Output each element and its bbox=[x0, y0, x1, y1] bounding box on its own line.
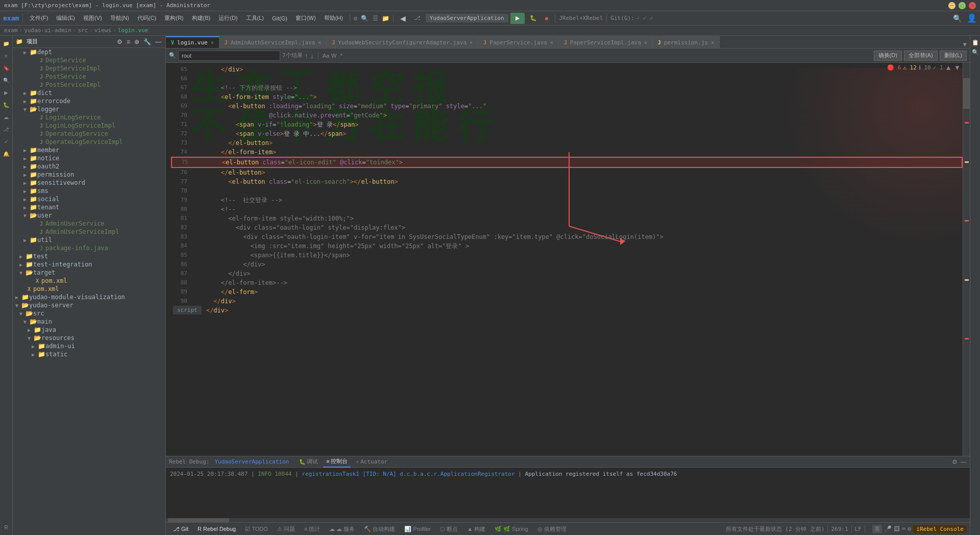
tree-item-sms[interactable]: ▶ 📁 sms bbox=[13, 187, 165, 195]
bottom-scroll-thumb[interactable] bbox=[168, 518, 229, 522]
terminal-btn[interactable]: ≡ 统计 bbox=[300, 524, 324, 534]
code-line-90[interactable]: 90 </div> bbox=[171, 297, 963, 306]
rebel-debug-btn[interactable]: R Rebel Debug bbox=[193, 524, 240, 534]
services-btn[interactable]: ☁ ☁ 服务 bbox=[325, 524, 359, 534]
tree-item-PostService[interactable]: J PostService bbox=[13, 72, 165, 81]
tree-item-oauth2[interactable]: ▶ 📁 oauth2 bbox=[13, 162, 165, 171]
tree-item-DeptService[interactable]: J DeptService bbox=[13, 56, 165, 64]
menu-help[interactable]: 帮助(H) bbox=[321, 13, 346, 24]
dependencies-btn[interactable]: ◎ 依赖管理 bbox=[533, 524, 571, 534]
find-regex-btn[interactable]: .* bbox=[338, 53, 342, 59]
tab-close-btn[interactable]: × bbox=[711, 40, 714, 45]
code-line-87[interactable]: 87 </div> bbox=[171, 269, 963, 278]
tree-item-java2[interactable]: ▶ 📁 java bbox=[13, 326, 165, 334]
tab-expand-icon[interactable]: ▼ bbox=[960, 41, 970, 48]
tree-item-pom-inner[interactable]: X pom.xml bbox=[13, 277, 165, 285]
find-next-btn[interactable]: ↓ bbox=[310, 52, 314, 60]
todo-tool-btn[interactable]: ✓ bbox=[1, 136, 12, 147]
sidebar-gear-btn[interactable]: 🔧 bbox=[142, 37, 152, 46]
maximize-button[interactable]: □ bbox=[959, 2, 966, 9]
menu-build[interactable]: 构建(B) bbox=[189, 13, 214, 24]
remove-btn[interactable]: 删除(L) bbox=[940, 51, 967, 61]
code-line-83[interactable]: 83 <div class="oauth-login-item" v-for="… bbox=[171, 232, 963, 241]
tab-close-btn[interactable]: × bbox=[470, 40, 473, 45]
minimize-button[interactable]: ─ bbox=[948, 2, 955, 9]
build-btn[interactable]: ▲ 构建 bbox=[463, 524, 489, 534]
code-line-77[interactable]: 77 <el-button class="el-icon-search"></e… bbox=[171, 177, 963, 186]
code-line-82[interactable]: 82 <div class="oauth-login" style="displ… bbox=[171, 223, 963, 232]
bookmark-tool-btn[interactable]: 🔖 bbox=[1, 62, 12, 74]
tree-item-member[interactable]: ▶ 📁 member bbox=[13, 146, 165, 154]
code-line-91[interactable]: 91 </div> bbox=[171, 306, 963, 315]
code-line-66[interactable]: 66 bbox=[171, 74, 963, 83]
run-button[interactable]: ▶ bbox=[510, 13, 525, 24]
breakpoints-btn[interactable]: ⬡ 断点 bbox=[436, 524, 462, 534]
menu-file[interactable]: 文件(F) bbox=[27, 13, 51, 24]
tab-admin-auth[interactable]: J AdminAuthServiceImpl.java × bbox=[219, 36, 327, 48]
settings-icon-2[interactable]: ⚙ bbox=[908, 525, 911, 532]
tree-item-pom-outer[interactable]: X pom.xml bbox=[13, 285, 165, 293]
tree-item-src2[interactable]: ▼ 📂 src bbox=[13, 309, 165, 318]
panel-settings-btn[interactable]: ⚙ bbox=[952, 458, 958, 466]
code-line-76[interactable]: 76 </el-button> bbox=[171, 168, 963, 177]
tree-item-util[interactable]: ▶ 📁 util bbox=[13, 236, 165, 244]
close-button[interactable]: ✕ bbox=[969, 2, 976, 9]
code-line-89[interactable]: 89 </el-form> bbox=[171, 287, 963, 297]
breadcrumb-item-4[interactable]: views bbox=[94, 27, 111, 34]
code-line-85[interactable]: 85 <span>{{item.title}}</span> bbox=[171, 251, 963, 260]
tree-item-dept[interactable]: ▶ 📁 dept bbox=[13, 48, 165, 56]
tree-item-sensitiveword[interactable]: ▶ 📁 sensitiveword bbox=[13, 179, 165, 187]
right-tool-2[interactable]: 🔍 bbox=[970, 47, 981, 57]
tree-item-OperateLogService[interactable]: J OperateLogService bbox=[13, 130, 165, 138]
menu-tools[interactable]: 工具(L) bbox=[243, 13, 267, 24]
stop-btn[interactable]: ■ bbox=[542, 13, 552, 24]
git-btn[interactable]: ⎇ Git bbox=[169, 524, 192, 534]
find-tool-btn[interactable]: 🔍 bbox=[1, 75, 12, 86]
irebel-console-label[interactable]: iRebel Console bbox=[913, 525, 967, 533]
scroll-up-btn[interactable]: ▲ bbox=[945, 64, 952, 71]
debug-tool-btn[interactable]: 🐛 bbox=[1, 99, 12, 110]
tree-item-LoginLogServiceImpl[interactable]: J LoginLogServiceImpl bbox=[13, 121, 165, 130]
menu-git[interactable]: Git(G) bbox=[269, 13, 290, 24]
tree-item-visualization[interactable]: ▶ 📁 yudao-module-visualization bbox=[13, 293, 165, 301]
tree-item-AdminUserService[interactable]: J AdminUserService bbox=[13, 220, 165, 228]
code-line-70[interactable]: 70 @click.native.prevent="getCode"> bbox=[171, 111, 963, 120]
tab-close-btn[interactable]: × bbox=[318, 40, 321, 45]
tree-item-admin-ui[interactable]: ▶ 📁 admin-ui bbox=[13, 342, 165, 350]
project-tool-btn[interactable]: 📁 bbox=[1, 38, 12, 49]
breadcrumb-item-5[interactable]: login.vue bbox=[118, 27, 149, 34]
minimap-scrollbar[interactable] bbox=[963, 63, 970, 456]
app-name-debug[interactable]: YudaoServerApplication bbox=[214, 458, 289, 465]
menu-edit[interactable]: 编辑(E) bbox=[53, 13, 78, 24]
debug-btn[interactable]: 🐛 bbox=[527, 13, 540, 24]
tree-item-DeptServiceImpl[interactable]: J DeptServiceImpl bbox=[13, 64, 165, 72]
menu-refactor[interactable]: 重构(R) bbox=[161, 13, 186, 24]
structure-tool-btn[interactable]: ≡ bbox=[1, 50, 12, 61]
code-line-88[interactable]: 88 </el-form-item>--> bbox=[171, 278, 963, 287]
back-btn[interactable]: ◀ bbox=[397, 13, 409, 24]
issues-btn[interactable]: ⚠ 问题 bbox=[273, 524, 299, 534]
tab-close-btn[interactable]: × bbox=[644, 40, 647, 45]
tree-item-errorcode[interactable]: ▶ 📁 errorcode bbox=[13, 97, 165, 105]
todo-btn[interactable]: ☑ TODO bbox=[241, 524, 272, 534]
notifications-tool-btn[interactable]: 🔔 bbox=[1, 148, 12, 159]
sidebar-settings-btn[interactable]: ⚙ bbox=[116, 37, 124, 46]
code-line-71[interactable]: 71 <span v-if="!loading">登 录</span> bbox=[171, 120, 963, 129]
services-tool-btn[interactable]: ☁ bbox=[1, 111, 12, 123]
sidebar-collapse-btn[interactable]: ≡ bbox=[126, 37, 131, 46]
sidebar-expand-btn[interactable]: ⊕ bbox=[133, 37, 140, 46]
code-line-65[interactable]: 65 </div> bbox=[171, 65, 963, 74]
minimap-thumb[interactable] bbox=[963, 78, 970, 109]
tree-item-notice[interactable]: ▶ 📁 notice bbox=[13, 154, 165, 162]
tree-item-LoginLogService[interactable]: J LoginLogService bbox=[13, 113, 165, 121]
tab-debug[interactable]: 🐛 调试 bbox=[296, 456, 321, 468]
auto-build-btn[interactable]: 🔨 自动构建 bbox=[360, 524, 399, 534]
code-line-74[interactable]: 74 </el-form-item> bbox=[171, 148, 963, 157]
git-tool-btn[interactable]: ⎇ bbox=[1, 124, 12, 135]
sg-icon[interactable]: 英 bbox=[872, 525, 882, 533]
bottom-scrollbar[interactable] bbox=[166, 518, 970, 522]
rebel-tool-btn[interactable]: R bbox=[1, 522, 12, 533]
menu-view[interactable]: 视图(V) bbox=[80, 13, 105, 24]
tree-item-dict[interactable]: ▶ 📁 dict bbox=[13, 89, 165, 97]
right-tool-1[interactable]: 📋 bbox=[970, 38, 981, 47]
